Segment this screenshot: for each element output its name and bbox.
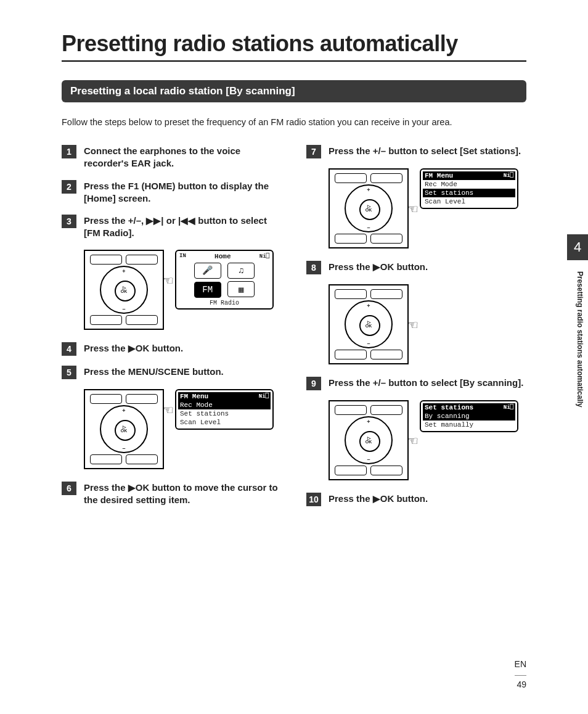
step-number: 9 — [306, 377, 321, 390]
step-4: 4 Press the ▶OK button. — [62, 342, 282, 356]
play-icon: ▶ — [373, 261, 380, 272]
step-text: Press the ▶OK button. — [329, 261, 428, 274]
lcd-fmmenu-recmode: FM MenuNi⎕ Rec Mode Set stations Scan Le… — [175, 389, 274, 430]
step-number: 6 — [62, 482, 76, 495]
step-7: 7 Press the +/– button to select [Set st… — [306, 145, 526, 158]
page-footer: EN 49 — [515, 659, 526, 689]
step-text: Press the MENU/SCENE button. — [84, 366, 224, 379]
device-controls-illustration: + – ▷OK ☞ — [329, 400, 409, 480]
step-number: 2 — [62, 180, 76, 194]
step-number: 3 — [62, 215, 76, 228]
content-columns: 1 Connect the earphones to the voice rec… — [62, 145, 526, 516]
lcd-home-screen: INHomeNi⎕ 🎤 ♫ FM ▦ FM Radio — [175, 250, 274, 310]
step-text: Press the ▶OK button. — [84, 342, 183, 356]
step-text: Connect the earphones to the voice recor… — [84, 145, 282, 170]
left-column: 1 Connect the earphones to the voice rec… — [62, 145, 282, 516]
step-2: 2 Press the F1 (HOME) button to display … — [62, 180, 282, 205]
step-number: 4 — [62, 342, 76, 356]
play-icon: ▶ — [128, 343, 136, 353]
device-controls-illustration: + – ▷OK ☞ — [329, 168, 409, 248]
right-column: 7 Press the +/– button to select [Set st… — [306, 145, 526, 516]
step-text: Press the ▶OK button. — [329, 493, 428, 506]
pointing-hand-icon: ☞ — [407, 202, 419, 216]
step-5: 5 Press the MENU/SCENE button. — [62, 366, 282, 379]
step-number: 7 — [306, 145, 321, 158]
figure-step-9: + – ▷OK ☞ Set stationsNi⎕ By scanning Se… — [329, 400, 526, 480]
step-10: 10 Press the ▶OK button. — [306, 493, 526, 506]
pointing-hand-icon: ☞ — [407, 433, 419, 448]
step-text: Press the ▶OK button to move the cursor … — [84, 482, 282, 507]
lcd-fmmenu-setstations: FM MenuNi⎕ Rec Mode Set stations Scan Le… — [420, 168, 518, 209]
step-number: 8 — [306, 261, 321, 274]
rewind-icon: |◀◀ — [178, 215, 195, 226]
device-controls-illustration: + – ▷OK ☞ — [84, 389, 164, 469]
section-heading: Presetting a local radio station [By sca… — [62, 80, 526, 102]
play-icon: ▶ — [373, 493, 380, 504]
device-controls-illustration: + – ▷OK ☞ — [329, 284, 409, 364]
step-text: Press the F1 (HOME) button to display th… — [84, 180, 282, 205]
page-title: Presetting radio stations automatically — [62, 31, 526, 62]
chapter-tab: 4 — [567, 234, 588, 260]
figure-step-8: + – ▷OK ☞ — [329, 284, 526, 364]
mic-icon: 🎤 — [194, 263, 221, 279]
music-icon: ♫ — [227, 263, 255, 279]
step-8: 8 Press the ▶OK button. — [306, 261, 526, 274]
step-text: Press the +/–, ▶▶| or |◀◀ button to sele… — [84, 215, 282, 240]
step-number: 10 — [306, 493, 321, 506]
step-number: 1 — [62, 145, 76, 158]
fast-forward-icon: ▶▶| — [146, 215, 163, 226]
step-text: Press the +/– button to select [Set stat… — [329, 145, 521, 158]
intro-text: Follow the steps below to preset the fre… — [62, 116, 526, 129]
step-text: Press the +/– button to select [By scann… — [329, 377, 523, 390]
language-code: EN — [515, 659, 526, 669]
figure-step-5: + – ▷OK ☞ FM MenuNi⎕ Rec Mode Set statio… — [84, 389, 282, 469]
step-6: 6 Press the ▶OK button to move the curso… — [62, 482, 282, 507]
pointing-hand-icon: ☞ — [407, 318, 419, 332]
step-1: 1 Connect the earphones to the voice rec… — [62, 145, 282, 170]
figure-step-3: + – ▷OK ☞ INHomeNi⎕ 🎤 ♫ FM ▦ FM Radio — [84, 250, 282, 330]
play-icon: ▶ — [128, 482, 136, 493]
lcd-setstations: Set stationsNi⎕ By scanning Set manually — [420, 400, 518, 432]
pointing-hand-icon: ☞ — [163, 403, 174, 417]
side-caption: Presetting radio stations automatically — [576, 271, 584, 408]
fm-icon: FM — [194, 282, 221, 298]
pointing-hand-icon: ☞ — [163, 273, 174, 288]
step-3: 3 Press the +/–, ▶▶| or |◀◀ button to se… — [62, 215, 282, 240]
step-number: 5 — [62, 366, 76, 379]
page-number: 49 — [515, 675, 526, 689]
figure-step-7: + – ▷OK ☞ FM MenuNi⎕ Rec Mode Set statio… — [329, 168, 526, 248]
step-9: 9 Press the +/– button to select [By sca… — [306, 377, 526, 390]
calendar-icon: ▦ — [227, 281, 255, 297]
device-controls-illustration: + – ▷OK ☞ — [84, 250, 164, 330]
